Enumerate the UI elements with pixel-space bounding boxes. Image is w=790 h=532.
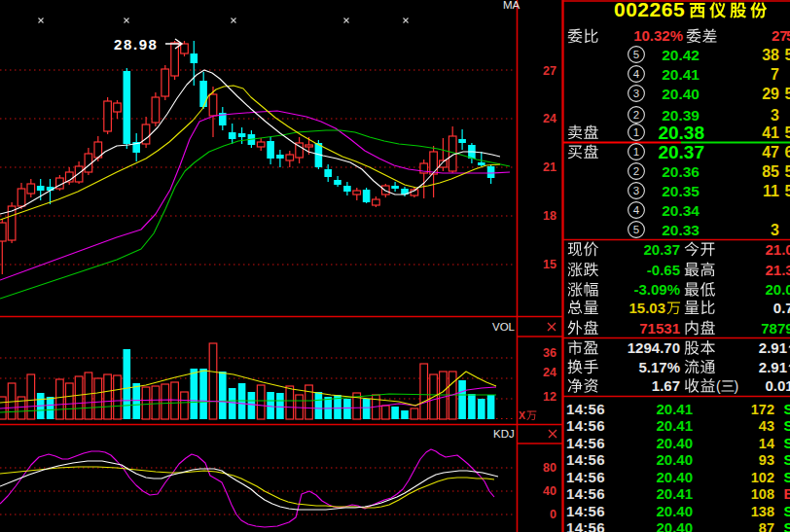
svg-text:93: 93 bbox=[759, 452, 774, 468]
svg-text:20.40: 20.40 bbox=[656, 469, 693, 485]
svg-text:20.39: 20.39 bbox=[662, 107, 700, 124]
svg-text:20.41: 20.41 bbox=[656, 401, 693, 417]
svg-text:87: 87 bbox=[759, 520, 774, 532]
svg-text:38: 38 bbox=[762, 47, 779, 63]
svg-text:138: 138 bbox=[751, 504, 774, 519]
svg-text:KDJ: KDJ bbox=[493, 428, 515, 440]
svg-text:20.34: 20.34 bbox=[662, 202, 700, 219]
svg-text:3: 3 bbox=[633, 185, 639, 196]
svg-text:14: 14 bbox=[759, 436, 774, 451]
svg-text:20.06: 20.06 bbox=[765, 281, 790, 298]
svg-text:14:56: 14:56 bbox=[566, 469, 605, 485]
svg-text:14:56: 14:56 bbox=[566, 485, 605, 502]
svg-text:20.40: 20.40 bbox=[656, 435, 693, 451]
svg-text:2: 2 bbox=[633, 109, 639, 121]
svg-text:002265: 002265 bbox=[614, 0, 685, 20]
svg-text:4: 4 bbox=[633, 68, 640, 80]
svg-text:5: 5 bbox=[785, 124, 790, 141]
svg-text:20.36: 20.36 bbox=[662, 163, 700, 180]
svg-text:20.35: 20.35 bbox=[662, 183, 700, 199]
svg-text:5: 5 bbox=[785, 47, 790, 63]
svg-text:-0.65: -0.65 bbox=[647, 262, 680, 278]
svg-text:41: 41 bbox=[762, 124, 779, 141]
svg-text:0: 0 bbox=[550, 508, 557, 521]
svg-text:2.91: 2.91 bbox=[759, 339, 787, 356]
svg-text:21.05: 21.05 bbox=[765, 241, 790, 258]
svg-text:20.40: 20.40 bbox=[662, 86, 700, 102]
svg-text:5: 5 bbox=[785, 183, 790, 199]
svg-text:X: X bbox=[519, 409, 525, 421]
svg-text:20.33: 20.33 bbox=[662, 222, 700, 238]
svg-text:3: 3 bbox=[633, 88, 639, 99]
svg-text:3: 3 bbox=[771, 222, 779, 238]
svg-text:20.40: 20.40 bbox=[656, 503, 693, 519]
svg-text:2: 2 bbox=[633, 165, 639, 177]
svg-text:85: 85 bbox=[762, 163, 779, 180]
svg-text:108: 108 bbox=[751, 486, 774, 502]
svg-text:20.37: 20.37 bbox=[643, 241, 680, 258]
svg-text:15.03: 15.03 bbox=[628, 300, 665, 316]
svg-text:S: S bbox=[784, 401, 790, 417]
svg-text:29: 29 bbox=[762, 86, 779, 102]
svg-text:): ) bbox=[735, 378, 739, 394]
svg-text:80: 80 bbox=[543, 461, 557, 475]
svg-text:S: S bbox=[784, 451, 790, 468]
svg-text:20.37: 20.37 bbox=[658, 142, 704, 162]
svg-text:14:56: 14:56 bbox=[566, 519, 605, 532]
svg-text:5: 5 bbox=[785, 86, 790, 102]
svg-text:27: 27 bbox=[543, 64, 557, 78]
svg-text:10.32%: 10.32% bbox=[633, 27, 683, 44]
svg-text:B: B bbox=[784, 485, 790, 502]
svg-text:1.67: 1.67 bbox=[652, 377, 680, 394]
svg-text:5: 5 bbox=[633, 49, 639, 60]
svg-text:MA: MA bbox=[503, 0, 521, 11]
svg-text:1: 1 bbox=[633, 126, 639, 138]
svg-text:20.41: 20.41 bbox=[656, 485, 693, 502]
svg-text:20.41: 20.41 bbox=[656, 417, 693, 434]
svg-text:14:56: 14:56 bbox=[566, 401, 605, 417]
svg-text:20.40: 20.40 bbox=[656, 519, 693, 532]
svg-text:20.40: 20.40 bbox=[656, 451, 693, 468]
svg-text:5: 5 bbox=[785, 163, 790, 180]
svg-text:(: ( bbox=[716, 378, 721, 394]
svg-text:20.41: 20.41 bbox=[662, 66, 700, 83]
svg-text:12: 12 bbox=[543, 390, 557, 404]
svg-text:11: 11 bbox=[763, 183, 779, 199]
svg-text:172: 172 bbox=[751, 402, 774, 417]
svg-text:S: S bbox=[784, 519, 790, 532]
svg-text:14:56: 14:56 bbox=[566, 451, 605, 468]
svg-text:6: 6 bbox=[785, 144, 790, 160]
svg-text:14:56: 14:56 bbox=[566, 435, 605, 451]
svg-text:102: 102 bbox=[751, 470, 774, 485]
svg-text:20.42: 20.42 bbox=[662, 47, 700, 63]
svg-text:5.17%: 5.17% bbox=[638, 359, 680, 375]
svg-text:S: S bbox=[784, 417, 790, 434]
svg-text:7: 7 bbox=[771, 66, 779, 83]
svg-text:S: S bbox=[784, 503, 790, 519]
svg-text:21: 21 bbox=[543, 160, 557, 174]
svg-text:36: 36 bbox=[543, 346, 557, 360]
svg-text:S: S bbox=[784, 435, 790, 451]
svg-text:1294.70: 1294.70 bbox=[628, 339, 680, 356]
svg-text:1: 1 bbox=[633, 146, 639, 158]
svg-text:24: 24 bbox=[543, 112, 557, 125]
svg-text:15: 15 bbox=[543, 258, 557, 271]
svg-text:0.013: 0.013 bbox=[765, 377, 790, 394]
svg-text:4: 4 bbox=[633, 204, 640, 216]
svg-text:71531: 71531 bbox=[639, 320, 680, 337]
svg-text:18: 18 bbox=[543, 209, 557, 223]
svg-text:78799: 78799 bbox=[761, 320, 790, 337]
svg-text:VOL: VOL bbox=[492, 321, 516, 333]
svg-text:S: S bbox=[784, 469, 790, 485]
svg-text:24: 24 bbox=[543, 366, 557, 379]
svg-text:21.38: 21.38 bbox=[765, 262, 790, 278]
svg-text:0.75: 0.75 bbox=[773, 300, 790, 316]
svg-text:2.91: 2.91 bbox=[759, 359, 787, 375]
svg-text:40: 40 bbox=[543, 484, 557, 498]
svg-text:20.38: 20.38 bbox=[658, 123, 704, 143]
svg-text:5: 5 bbox=[786, 27, 790, 44]
svg-text:-3.09%: -3.09% bbox=[633, 281, 680, 298]
svg-text:28.98: 28.98 bbox=[114, 36, 159, 53]
svg-text:14:56: 14:56 bbox=[566, 503, 605, 519]
svg-text:14:56: 14:56 bbox=[566, 417, 605, 434]
